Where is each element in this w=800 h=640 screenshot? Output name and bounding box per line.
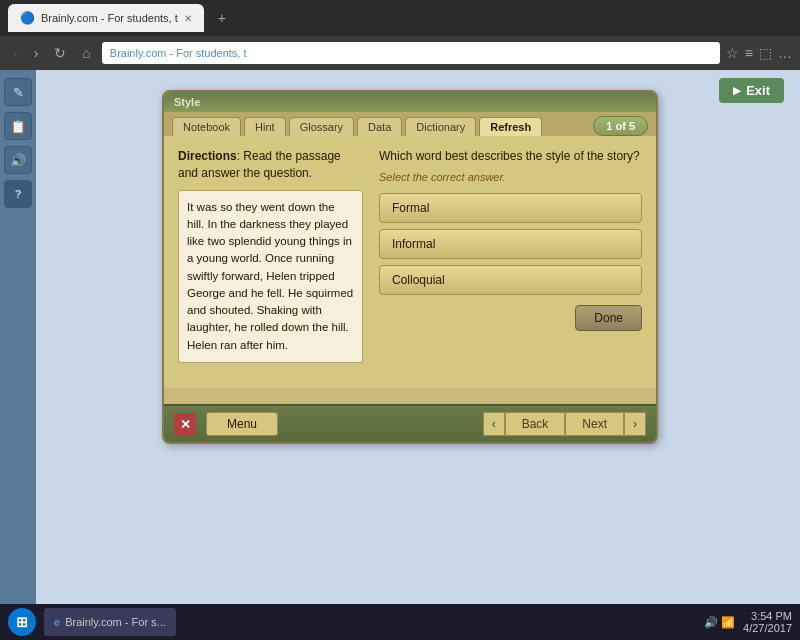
done-button[interactable]: Done (575, 305, 642, 331)
home-nav-icon[interactable]: ⌂ (77, 43, 95, 63)
clock-date: 4/27/2017 (743, 622, 792, 634)
refresh-nav-icon[interactable]: ↻ (49, 43, 71, 63)
start-button[interactable]: ⊞ (8, 608, 36, 636)
nav-right-icons: ☆ ≡ ⬚ … (726, 45, 792, 61)
tab-data[interactable]: Data (357, 117, 402, 136)
tab-bar: Notebook Hint Glossary Data Dictionary R… (164, 112, 656, 136)
back-arrow-btn[interactable]: ‹ (483, 412, 505, 436)
windows-icon: ⊞ (16, 614, 28, 630)
tab-title: Brainly.com - For students, t (41, 12, 178, 24)
main-panel: Style Notebook Hint Glossary Data Dictio… (162, 90, 658, 444)
next-button[interactable]: Next (565, 412, 624, 436)
share-icon[interactable]: ⬚ (759, 45, 772, 61)
help-icon: ? (15, 188, 22, 200)
taskbar-browser-item[interactable]: e Brainly.com - For s... (44, 608, 176, 636)
sidebar: ✎ 📋 🔊 ? (0, 70, 36, 640)
passage-column: Directions: Read the passage and answer … (178, 148, 363, 376)
directions-label: Directions (178, 149, 237, 163)
address-text: Brainly.com - For students, t (110, 47, 247, 59)
panel-body: Directions: Read the passage and answer … (164, 136, 656, 388)
tab-glossary[interactable]: Glossary (289, 117, 354, 136)
tab-refresh[interactable]: Refresh (479, 117, 542, 136)
tab-close-icon[interactable]: ✕ (184, 13, 192, 24)
taskbar-clock: 3:54 PM 4/27/2017 (743, 610, 792, 634)
answer-formal[interactable]: Formal (379, 193, 642, 223)
star-icon[interactable]: ☆ (726, 45, 739, 61)
taskbar-tray: 🔊 📶 3:54 PM 4/27/2017 (704, 610, 792, 634)
taskbar: ⊞ e Brainly.com - For s... 🔊 📶 3:54 PM 4… (0, 604, 800, 640)
question-column: Which word best describes the style of t… (379, 148, 642, 376)
answer-informal[interactable]: Informal (379, 229, 642, 259)
forward-nav-icon[interactable]: › (29, 43, 44, 63)
directions-text: Directions: Read the passage and answer … (178, 148, 363, 182)
question-counter: 1 of 5 (593, 116, 648, 136)
edit-icon: ✎ (13, 85, 24, 100)
question-text: Which word best describes the style of t… (379, 148, 642, 165)
menu-icon[interactable]: ≡ (745, 45, 753, 61)
exit-button[interactable]: Exit (719, 78, 784, 103)
footer-nav: ‹ Back Next › (483, 412, 646, 436)
tab-dictionary[interactable]: Dictionary (405, 117, 476, 136)
address-bar[interactable]: Brainly.com - For students, t (102, 42, 720, 64)
browser-icon: e (54, 616, 60, 628)
browser-tab[interactable]: 🔵 Brainly.com - For students, t ✕ (8, 4, 204, 32)
footer-menu-button[interactable]: Menu (206, 412, 278, 436)
sidebar-edit-btn[interactable]: ✎ (4, 78, 32, 106)
panel-title: Style (174, 96, 200, 108)
taskbar-browser-label: Brainly.com - For s... (65, 616, 166, 628)
sidebar-notebook-btn[interactable]: 📋 (4, 112, 32, 140)
tab-favicon: 🔵 (20, 11, 35, 25)
back-nav-icon[interactable]: ‹ (8, 43, 23, 63)
notebook-icon: 📋 (10, 119, 26, 134)
new-tab-icon[interactable]: + (210, 6, 234, 30)
select-prompt: Select the correct answer. (379, 171, 642, 183)
clock-time: 3:54 PM (743, 610, 792, 622)
browser-nav: ‹ › ↻ ⌂ Brainly.com - For students, t ☆ … (0, 36, 800, 70)
footer-close-button[interactable]: ✕ (174, 413, 196, 435)
panel-header: Style (164, 92, 656, 112)
sidebar-help-btn[interactable]: ? (4, 180, 32, 208)
audio-icon: 🔊 (10, 153, 26, 168)
passage-box: It was so they went down the hill. In th… (178, 190, 363, 363)
tray-icons: 🔊 📶 (704, 616, 735, 629)
sidebar-audio-btn[interactable]: 🔊 (4, 146, 32, 174)
passage-text: It was so they went down the hill. In th… (187, 201, 353, 351)
next-arrow-btn[interactable]: › (624, 412, 646, 436)
panel-footer: ✕ Menu ‹ Back Next › (164, 404, 656, 442)
answer-colloquial[interactable]: Colloquial (379, 265, 642, 295)
tab-notebook[interactable]: Notebook (172, 117, 241, 136)
browser-chrome: 🔵 Brainly.com - For students, t ✕ + (0, 0, 800, 36)
settings-icon[interactable]: … (778, 45, 792, 61)
tab-hint[interactable]: Hint (244, 117, 286, 136)
back-button[interactable]: Back (505, 412, 566, 436)
